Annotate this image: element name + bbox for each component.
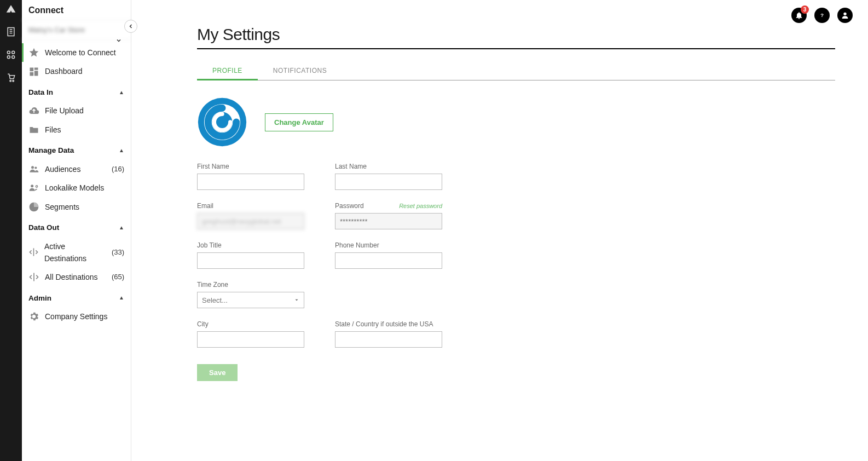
svg-rect-10: [30, 67, 34, 71]
svg-point-20: [843, 13, 846, 15]
svg-rect-11: [34, 67, 38, 70]
first-name-input[interactable]: [197, 174, 304, 190]
main: 3 ? My Settings PROFILE NOTIFICATIONS: [131, 0, 868, 461]
content: My Settings PROFILE NOTIFICATIONS Change: [131, 31, 868, 403]
timezone-select[interactable]: Select...: [197, 292, 304, 308]
svg-rect-0: [8, 28, 14, 36]
destinations-icon: [28, 272, 39, 283]
gear-icon: [28, 311, 39, 322]
state-input[interactable]: [335, 331, 442, 348]
org-name: Matsy's Car Store: [28, 26, 85, 34]
destinations-icon: [28, 247, 39, 258]
star-icon: [28, 47, 39, 58]
last-name-label: Last Name: [335, 163, 442, 170]
caret-down-icon: [294, 297, 299, 303]
title-rule: [197, 48, 835, 49]
sidebar-item-file-upload[interactable]: File Upload: [22, 101, 131, 120]
sidebar-item-label: File Upload: [45, 105, 84, 117]
org-icon[interactable]: [4, 25, 18, 38]
folder-icon: [28, 124, 39, 135]
svg-point-14: [31, 166, 34, 169]
email-input: [197, 213, 304, 229]
timezone-placeholder: Select...: [202, 296, 228, 304]
svg-point-5: [12, 51, 15, 54]
sidebar-item-company-settings[interactable]: Company Settings: [22, 307, 131, 326]
dashboard-icon: [28, 66, 39, 77]
reset-password-link[interactable]: Reset password: [399, 203, 442, 209]
nav-header-manage-data[interactable]: Manage Data ▲: [22, 139, 131, 160]
sidebar-item-all-destinations[interactable]: All Destinations (65): [22, 268, 131, 286]
sidebar-item-label: Active Destinations: [44, 240, 106, 265]
svg-point-6: [7, 56, 10, 59]
nav-header-data-out[interactable]: Data Out ▲: [22, 216, 131, 237]
sidebar-item-audiences[interactable]: Audiences (16): [22, 160, 131, 178]
tabs: PROFILE NOTIFICATIONS: [197, 64, 835, 80]
account-button[interactable]: [837, 8, 853, 23]
page-title: My Settings: [197, 25, 835, 44]
chevron-up-icon: ▲: [119, 293, 124, 302]
tab-notifications[interactable]: NOTIFICATIONS: [258, 64, 342, 80]
svg-point-15: [34, 166, 37, 169]
svg-point-4: [7, 51, 10, 54]
nav-header-data-in[interactable]: Data In ▲: [22, 81, 131, 102]
notification-badge: 3: [801, 5, 809, 14]
sidebar-item-lookalike[interactable]: Lookalike Models: [22, 178, 131, 197]
org-selector[interactable]: Matsy's Car Store: [22, 20, 131, 40]
sidebar-item-files[interactable]: Files: [22, 120, 131, 139]
sidebar-item-label: Company Settings: [45, 310, 107, 322]
cloud-upload-icon: [28, 106, 39, 117]
left-rail: [0, 0, 22, 461]
last-name-input[interactable]: [335, 174, 442, 190]
city-label: City: [197, 320, 304, 328]
chevron-up-icon: ▲: [119, 88, 124, 97]
sidebar-item-segments[interactable]: Segments: [22, 198, 131, 216]
tab-profile[interactable]: PROFILE: [197, 64, 258, 80]
sidebar-item-active-destinations[interactable]: Active Destinations (33): [22, 237, 131, 268]
chevron-up-icon: ▲: [119, 223, 124, 232]
pie-icon: [28, 201, 39, 212]
sidebar-item-dashboard[interactable]: Dashboard: [22, 62, 131, 80]
avatar: [197, 97, 247, 147]
phone-input[interactable]: [335, 252, 442, 269]
people-icon: [28, 164, 39, 175]
notifications-button[interactable]: 3: [791, 8, 807, 23]
sidebar-item-label: Welcome to Connect: [45, 47, 116, 59]
save-button[interactable]: Save: [197, 364, 238, 381]
job-title-input[interactable]: [197, 252, 304, 269]
sidebar-item-label: Segments: [45, 201, 79, 213]
sidebar-item-label: Dashboard: [45, 65, 83, 77]
sidebar-item-welcome[interactable]: Welcome to Connect: [22, 43, 131, 62]
cart-icon[interactable]: [4, 71, 18, 84]
chevron-down-icon: [115, 37, 122, 44]
logo-icon[interactable]: [4, 2, 18, 15]
sidebar-item-label: All Destinations: [45, 271, 98, 283]
lookalike-icon: [28, 182, 39, 193]
svg-point-7: [12, 56, 15, 59]
count-badge: (33): [112, 247, 124, 258]
svg-point-8: [10, 80, 11, 82]
svg-point-9: [13, 80, 14, 82]
first-name-label: First Name: [197, 163, 304, 170]
help-button[interactable]: ?: [814, 8, 830, 23]
sidebar-item-label: Lookalike Models: [45, 182, 104, 194]
svg-rect-12: [34, 71, 38, 76]
count-badge: (65): [112, 272, 124, 283]
timezone-label: Time Zone: [197, 281, 304, 289]
change-avatar-button[interactable]: Change Avatar: [265, 113, 333, 131]
phone-label: Phone Number: [335, 241, 442, 249]
svg-point-16: [31, 185, 33, 187]
svg-point-17: [36, 186, 37, 187]
apps-icon[interactable]: [4, 48, 18, 61]
sidebar: Connect Matsy's Car Store Welcome to Con…: [22, 0, 131, 461]
state-label: State / Country if outside the USA: [335, 320, 442, 328]
email-label: Email: [197, 202, 304, 210]
chevron-up-icon: ▲: [119, 146, 124, 155]
count-badge: (16): [112, 164, 124, 175]
job-title-label: Job Title: [197, 241, 304, 249]
password-label: Password: [335, 202, 364, 210]
nav-header-admin[interactable]: Admin ▲: [22, 287, 131, 308]
city-input[interactable]: [197, 331, 304, 348]
collapse-sidebar-button[interactable]: [124, 20, 137, 33]
nav: Welcome to Connect Dashboard Data In ▲ F…: [22, 40, 131, 330]
brand-label: Connect: [22, 0, 131, 20]
